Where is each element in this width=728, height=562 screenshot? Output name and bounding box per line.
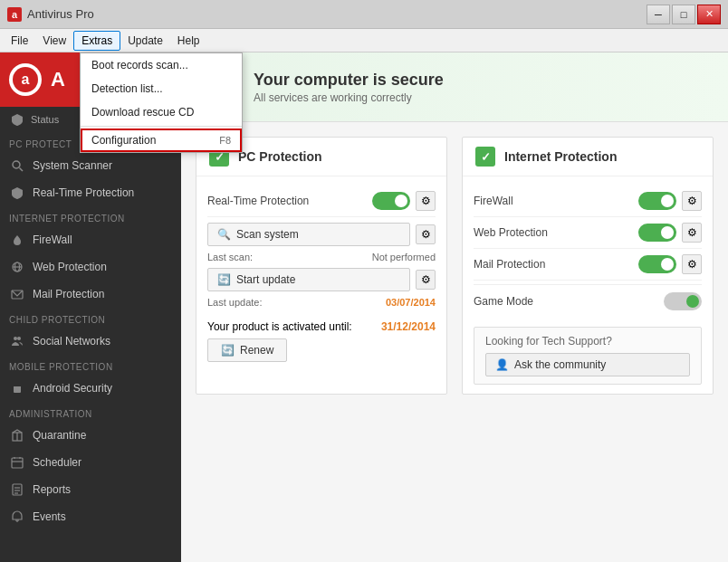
internet-panel-body: FireWall ⚙ Web Protection ⚙ — [463, 176, 713, 394]
game-mode-label: Game Mode — [474, 295, 533, 308]
shield-icon — [9, 111, 25, 128]
close-button[interactable]: ✕ — [697, 5, 721, 24]
renew-row: 🔄 Renew — [207, 338, 436, 362]
sidebar-item-mail-protection[interactable]: Mail Protection — [0, 281, 181, 308]
internet-protection-panel: ✓ Internet Protection FireWall ⚙ Web — [462, 137, 714, 395]
secure-text: Your computer is secure All services are… — [254, 71, 444, 104]
title-bar-controls: ─ □ ✕ — [647, 5, 721, 24]
internet-panel-header: ✓ Internet Protection — [463, 138, 713, 176]
extras-dropdown: Boot records scan... Detection list... D… — [80, 52, 243, 153]
flame-icon — [9, 232, 25, 248]
svg-point-0 — [13, 161, 20, 168]
realtime-gear[interactable]: ⚙ — [416, 191, 436, 211]
sidebar-item-realtime-protection[interactable]: Real-Time Protection — [0, 179, 181, 206]
minimize-button[interactable]: ─ — [647, 5, 670, 24]
sidebar-item-system-scanner[interactable]: System Scanner — [0, 152, 181, 179]
realtime-toggle-group: ⚙ — [372, 191, 436, 211]
sidebar-logo: a — [9, 63, 42, 96]
game-mode-row: Game Mode — [474, 284, 702, 318]
box-icon — [9, 427, 25, 443]
svg-point-7 — [17, 337, 21, 340]
menu-update[interactable]: Update — [120, 32, 170, 50]
start-update-button[interactable]: 🔄 Start update — [207, 268, 410, 291]
renew-icon: 🔄 — [221, 344, 235, 357]
web-label: Web Protection — [474, 226, 548, 239]
web-toggle-group: ⚙ — [638, 223, 702, 243]
people-icon — [9, 333, 25, 349]
firewall-toggle-group: ⚙ — [638, 191, 702, 211]
game-mode-toggle[interactable] — [664, 292, 702, 310]
dropdown-configuration[interactable]: Configuration F8 — [81, 129, 242, 152]
firewall-toggle-row: FireWall ⚙ — [474, 186, 702, 217]
calendar-icon — [9, 454, 25, 471]
tech-support-box: Looking for Tech Support? 👤 Ask the comm… — [474, 327, 702, 385]
sidebar-item-firewall[interactable]: FireWall — [0, 226, 181, 253]
dropdown-separator — [81, 126, 242, 127]
menu-view[interactable]: View — [35, 32, 73, 50]
app-icon: a — [7, 7, 22, 22]
section-child: CHILD PROTECTION — [0, 308, 181, 328]
realtime-toggle[interactable] — [372, 192, 410, 210]
menu-extras[interactable]: Extras — [73, 31, 120, 51]
tech-support-label: Looking for Tech Support? — [485, 335, 690, 348]
sidebar-item-reports[interactable]: Reports — [0, 476, 181, 503]
dropdown-detection-list[interactable]: Detection list... — [81, 77, 242, 100]
sidebar-item-scheduler[interactable]: Scheduler — [0, 449, 181, 476]
mail-toggle-group: ⚙ — [638, 254, 702, 274]
secure-title: Your computer is secure — [254, 71, 444, 90]
main-content: ✓ Your computer is secure All services a… — [181, 52, 728, 562]
web-toggle[interactable] — [638, 224, 676, 242]
section-admin: ADMINISTRATION — [0, 402, 181, 422]
web-gear[interactable]: ⚙ — [682, 223, 702, 243]
update-action-row: 🔄 Start update ⚙ — [207, 268, 436, 291]
scan-gear[interactable]: ⚙ — [416, 224, 436, 244]
realtime-label: Real-Time Protection — [207, 195, 309, 207]
realtime-toggle-row: Real-Time Protection ⚙ — [207, 186, 436, 217]
mail-gear[interactable]: ⚙ — [682, 254, 702, 274]
sidebar-item-social-networks[interactable]: Social Networks — [0, 328, 181, 355]
menu-file[interactable]: File — [4, 32, 35, 50]
community-icon: 👤 — [495, 358, 509, 371]
pc-panel-title: PC Protection — [238, 149, 322, 164]
secure-banner: ✓ Your computer is secure All services a… — [181, 52, 728, 122]
scan-system-button[interactable]: 🔍 Scan system — [207, 223, 410, 246]
mail-label: Mail Protection — [474, 258, 545, 271]
sidebar-item-web-protection[interactable]: Web Protection — [0, 253, 181, 281]
firewall-gear[interactable]: ⚙ — [682, 191, 702, 211]
mail-toggle-row: Mail Protection ⚙ — [474, 249, 702, 281]
section-mobile: MOBILE PROTECTION — [0, 355, 181, 375]
web-toggle-row: Web Protection ⚙ — [474, 217, 702, 249]
secure-subtitle: All services are working correctly — [254, 91, 444, 104]
update-gear[interactable]: ⚙ — [416, 270, 436, 290]
realtime-shield-icon — [9, 185, 25, 201]
document-icon — [9, 481, 25, 498]
svg-line-1 — [20, 168, 24, 172]
renew-button[interactable]: 🔄 Renew — [207, 338, 287, 362]
maximize-button[interactable]: □ — [672, 5, 695, 24]
bell-icon — [9, 509, 25, 525]
scan-action-row: 🔍 Scan system ⚙ — [207, 223, 436, 246]
activation-row: Your product is activated until: 31/12/2… — [207, 315, 436, 338]
dropdown-boot-records[interactable]: Boot records scan... — [81, 53, 242, 77]
scan-info: Last scan: Not performed — [207, 252, 436, 262]
dropdown-download-rescue[interactable]: Download rescue CD — [81, 100, 242, 124]
sidebar-item-quarantine[interactable]: Quarantine — [0, 422, 181, 449]
sidebar-item-events[interactable]: Events — [0, 503, 181, 530]
internet-panel-check: ✓ — [475, 147, 495, 167]
window-title: Antivirus Pro — [27, 7, 94, 21]
svg-point-6 — [14, 337, 17, 340]
logo-inner: a — [13, 67, 38, 92]
firewall-toggle[interactable] — [638, 192, 676, 210]
magnify-icon — [9, 157, 25, 174]
globe-icon — [9, 259, 25, 275]
android-icon — [9, 380, 25, 396]
menu-help[interactable]: Help — [170, 32, 207, 50]
update-icon: 🔄 — [217, 273, 231, 286]
sidebar-item-android-security[interactable]: Android Security — [0, 375, 181, 402]
svg-rect-10 — [12, 458, 23, 468]
menu-bar: File View Extras Update Help Boot record… — [0, 29, 728, 52]
scan-icon: 🔍 — [217, 228, 231, 241]
mail-toggle[interactable] — [638, 255, 676, 273]
ask-community-button[interactable]: 👤 Ask the community — [485, 353, 690, 376]
pc-protection-panel: ✓ PC Protection Real-Time Protection ⚙ — [196, 137, 447, 395]
